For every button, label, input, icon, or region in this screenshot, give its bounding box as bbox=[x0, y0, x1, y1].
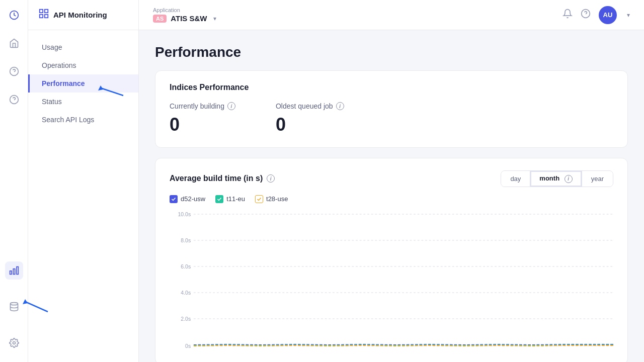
time-btn-year[interactable]: year bbox=[582, 171, 613, 187]
legend-d52-usw: d52-usw bbox=[170, 195, 205, 203]
time-period-toggle: day month i year bbox=[501, 170, 613, 187]
svg-text:10.0s: 10.0s bbox=[178, 211, 191, 217]
chart-svg: 10.0s 8.0s 6.0s 4.0s 2.0s 0s bbox=[170, 211, 613, 352]
header-actions: AU ▾ bbox=[562, 6, 630, 24]
sidebar-nav: Usage Operations Performance Status Sear… bbox=[28, 30, 138, 137]
logo-icon bbox=[38, 8, 49, 22]
rail-help1-icon[interactable] bbox=[5, 62, 23, 80]
metric-currently-building-label: Currently building i bbox=[170, 102, 235, 110]
legend-checkbox-t28-use bbox=[255, 195, 263, 203]
sidebar: API Monitoring Usage Operations Performa… bbox=[28, 0, 139, 362]
user-avatar[interactable]: AU bbox=[599, 6, 617, 24]
page-content: Performance Indices Performance Currentl… bbox=[139, 30, 644, 362]
rail-gear-icon[interactable] bbox=[5, 334, 23, 352]
icon-rail bbox=[0, 0, 28, 362]
svg-text:4.0s: 4.0s bbox=[181, 289, 191, 295]
rail-db-icon[interactable] bbox=[5, 298, 23, 316]
sidebar-item-usage[interactable]: Usage bbox=[28, 38, 138, 56]
svg-rect-10 bbox=[40, 10, 43, 13]
app-badge: AS bbox=[153, 15, 167, 23]
page-title: Performance bbox=[155, 44, 628, 60]
svg-rect-6 bbox=[13, 269, 15, 275]
legend-checkbox-t11-eu bbox=[215, 195, 223, 203]
indices-performance-card: Indices Performance Currently building i… bbox=[155, 70, 628, 148]
user-menu-chevron-icon[interactable]: ▾ bbox=[627, 12, 630, 19]
legend-t11-eu: t11-eu bbox=[215, 195, 245, 203]
svg-point-8 bbox=[10, 303, 18, 305]
metric-oldest-queued-job: Oldest queued job i 0 bbox=[276, 102, 344, 135]
metric-currently-building-value: 0 bbox=[170, 114, 180, 135]
svg-text:8.0s: 8.0s bbox=[181, 237, 191, 243]
rail-clock-icon[interactable] bbox=[5, 6, 23, 24]
build-time-card: Average build time (in s) i day month i … bbox=[155, 158, 628, 362]
metric-oldest-queued-value: 0 bbox=[276, 114, 286, 135]
app-selector[interactable]: Application AS ATIS S&W ▾ bbox=[153, 7, 216, 23]
svg-text:6.0s: 6.0s bbox=[181, 263, 191, 269]
svg-text:0s: 0s bbox=[185, 342, 191, 348]
svg-rect-11 bbox=[45, 10, 48, 13]
application-label: Application bbox=[153, 7, 216, 13]
legend-t28-use: t28-use bbox=[255, 195, 288, 203]
help-icon[interactable] bbox=[581, 9, 591, 21]
rail-help2-icon[interactable] bbox=[5, 90, 23, 109]
chart-header: Average build time (in s) i day month i … bbox=[170, 170, 613, 187]
time-btn-day[interactable]: day bbox=[501, 171, 530, 187]
svg-rect-12 bbox=[40, 15, 43, 18]
svg-point-9 bbox=[13, 342, 15, 344]
sidebar-item-performance[interactable]: Performance bbox=[28, 74, 138, 93]
svg-rect-7 bbox=[10, 271, 11, 275]
sidebar-item-operations[interactable]: Operations bbox=[28, 56, 138, 74]
indices-metrics-grid: Currently building i 0 Oldest queued job… bbox=[170, 102, 613, 135]
svg-text:2.0s: 2.0s bbox=[181, 315, 191, 321]
metric-currently-building: Currently building i 0 bbox=[170, 102, 235, 135]
chart-area: 10.0s 8.0s 6.0s 4.0s 2.0s 0s bbox=[170, 211, 613, 352]
currently-building-info-icon[interactable]: i bbox=[227, 102, 235, 110]
app-name: ATIS S&W bbox=[171, 14, 207, 23]
top-header: Application AS ATIS S&W ▾ AU ▾ bbox=[139, 0, 644, 30]
sidebar-item-search-api-logs[interactable]: Search API Logs bbox=[28, 111, 138, 129]
sidebar-app-title: API Monitoring bbox=[53, 11, 107, 19]
metric-oldest-queued-label: Oldest queued job i bbox=[276, 102, 344, 110]
legend-checkbox-d52-usw bbox=[170, 195, 178, 203]
month-info-icon[interactable]: i bbox=[565, 175, 573, 183]
app-name-row: AS ATIS S&W ▾ bbox=[153, 14, 216, 23]
notification-icon[interactable] bbox=[562, 9, 573, 21]
main-content: Application AS ATIS S&W ▾ AU ▾ Performan… bbox=[139, 0, 644, 362]
sidebar-header: API Monitoring bbox=[28, 0, 138, 30]
indices-card-title: Indices Performance bbox=[170, 83, 613, 92]
chart-title: Average build time (in s) i bbox=[170, 174, 275, 183]
chart-legend: d52-usw t11-eu t28-use bbox=[170, 195, 613, 203]
rail-chart-icon[interactable] bbox=[5, 261, 23, 280]
oldest-queued-info-icon[interactable]: i bbox=[336, 102, 344, 110]
time-btn-month[interactable]: month i bbox=[530, 171, 582, 187]
chevron-down-icon: ▾ bbox=[213, 15, 216, 22]
sidebar-item-status[interactable]: Status bbox=[28, 93, 138, 111]
rail-home-icon[interactable] bbox=[5, 34, 23, 52]
build-time-info-icon[interactable]: i bbox=[267, 174, 275, 183]
svg-rect-13 bbox=[45, 15, 48, 18]
svg-rect-5 bbox=[17, 267, 18, 275]
